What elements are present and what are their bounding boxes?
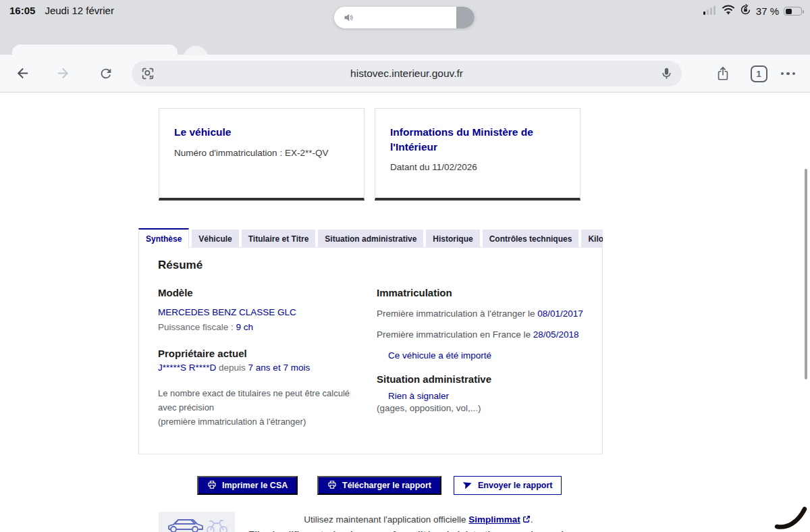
vehicle-plate: Numéro d'immatriculation : EX-2**-QV: [174, 148, 349, 158]
back-button[interactable]: [8, 59, 36, 88]
owner-note: Le nombre exact de titulaires ne peut êt…: [158, 387, 357, 429]
ministry-card-title: Informations du Ministère de l'Intérieur: [390, 125, 565, 154]
paper-plane-icon: [463, 480, 473, 491]
page-scrollbar[interactable]: [805, 169, 807, 379]
url-text[interactable]: histovec.interieur.gouv.fr: [132, 68, 682, 80]
vehicle-card: Le véhicule Numéro d'immatriculation : E…: [159, 108, 364, 201]
tab-controles-techniques[interactable]: Contrôles techniques: [483, 230, 579, 248]
printer-icon: [207, 480, 217, 491]
tab-switcher-button[interactable]: 1: [751, 65, 767, 82]
report-tabs: Synthèse Véhicule Titulaire et Titre Sit…: [138, 228, 603, 248]
browser-chrome: 16:05Jeudi 12 février 37 % HistoVec - Ra…: [0, 0, 810, 55]
wifi-icon: [722, 5, 735, 18]
download-report-button[interactable]: Télécharger le rapport: [317, 476, 441, 495]
registration-column: Immatriculation Première immatriculation…: [377, 287, 590, 413]
rotation-lock-icon: [740, 4, 751, 18]
menu-dots-icon[interactable]: [781, 72, 796, 76]
printer-icon: [327, 480, 337, 491]
share-icon[interactable]: [709, 59, 737, 88]
speaker-icon: [342, 11, 355, 26]
owner-name: J*****S R****D: [158, 363, 216, 373]
tab-situation-administrative[interactable]: Situation administrative: [318, 230, 423, 248]
date: Jeudi 12 février: [45, 5, 114, 16]
tab-historique[interactable]: Historique: [426, 230, 479, 248]
browser-toolbar: histovec.interieur.gouv.fr 1: [0, 55, 810, 92]
immatriculation-heading: Immatriculation: [377, 287, 590, 298]
microphone-icon[interactable]: [659, 66, 674, 83]
tab-vehicule[interactable]: Véhicule: [192, 230, 238, 248]
tab-kilometrage[interactable]: Kilométrage: [581, 230, 603, 248]
resume-heading: Résumé: [158, 259, 202, 272]
first-registration-france: Première immatriculation en France le 28…: [377, 329, 590, 340]
owner-line: J*****S R****D depuis 7 ans et 7 mois: [158, 363, 357, 373]
reload-button[interactable]: [92, 59, 120, 88]
lens-camera-icon[interactable]: [140, 66, 155, 84]
abroad-date: 08/01/2017: [537, 309, 583, 319]
cellular-icon: [703, 5, 717, 18]
simplimmat-promo-line2: Elle simplifiera et sécurisera vos forma…: [108, 529, 729, 532]
report-date: Datant du 11/02/2026: [390, 162, 565, 172]
vehicle-card-title: Le véhicule: [174, 125, 349, 140]
synthese-panel: Résumé Modèle MERCEDES BENZ CLASSE GLC P…: [138, 247, 603, 454]
imported-vehicle-link[interactable]: Ce véhicule a été importé: [377, 350, 590, 361]
volume-hud: [334, 7, 475, 28]
first-registration-abroad: Première immatriculation à l'étranger le…: [377, 309, 590, 319]
tab-titulaire[interactable]: Titulaire et Titre: [242, 230, 316, 248]
stray-mark: [772, 503, 809, 532]
admin-note: (gages, opposition, vol,...): [377, 403, 590, 413]
print-csa-button[interactable]: Imprimer le CSA: [197, 476, 298, 495]
simplimmat-promo-line: Utilisez maintenant l'application offici…: [189, 514, 648, 525]
owner-duration: 7 ans et 7 mois: [248, 363, 310, 373]
simplimmat-link[interactable]: Simplimmat: [468, 514, 520, 525]
rien-a-signaler-link[interactable]: Rien à signaler: [377, 391, 590, 401]
external-link-icon: [522, 515, 531, 525]
fiscal-power: Puissance fiscale : 9 ch: [158, 322, 357, 332]
send-report-button[interactable]: Envoyer le rapport: [454, 476, 562, 495]
action-buttons: Imprimer le CSA Télécharger le rapport E…: [0, 476, 810, 495]
fiscal-power-value: 9 ch: [236, 322, 254, 332]
tab-synthese[interactable]: Synthèse: [138, 228, 189, 248]
model-name: MERCEDES BENZ CLASSE GLC: [158, 307, 357, 317]
page-content: Le véhicule Numéro d'immatriculation : E…: [0, 92, 810, 532]
clock: 16:05: [9, 5, 35, 16]
forward-button[interactable]: [49, 59, 77, 88]
model-column: Modèle MERCEDES BENZ CLASSE GLC Puissanc…: [158, 287, 357, 429]
battery-percent: 37 %: [756, 5, 779, 17]
ministry-card: Informations du Ministère de l'Intérieur…: [375, 108, 580, 201]
modele-heading: Modèle: [158, 287, 357, 298]
france-date: 28/05/2018: [533, 329, 579, 340]
address-bar[interactable]: histovec.interieur.gouv.fr: [132, 61, 682, 86]
battery-icon: [784, 7, 802, 16]
owner-heading: Propriétaire actuel: [158, 348, 357, 359]
situation-administrative-heading: Situation administrative: [377, 373, 590, 385]
